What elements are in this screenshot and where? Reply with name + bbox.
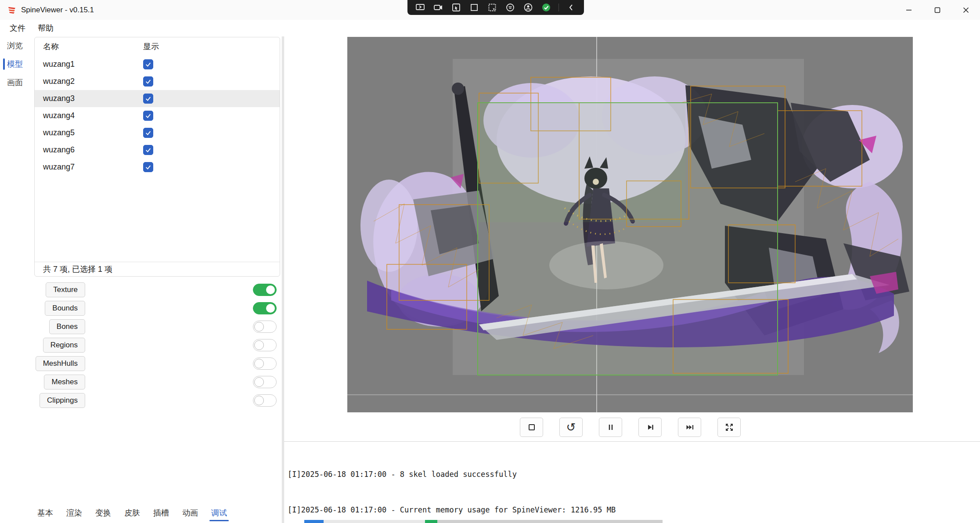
debug-row: Bones xyxy=(30,319,282,334)
toggle-knob xyxy=(254,322,264,332)
taskbar-sliver xyxy=(304,520,663,523)
debug-row: Regions xyxy=(30,338,282,353)
frame-icon[interactable] xyxy=(468,2,480,13)
toolbar-divider xyxy=(558,4,559,11)
tab-label: 调试 xyxy=(211,508,227,518)
close-button[interactable] xyxy=(951,0,980,20)
show-checkbox[interactable] xyxy=(143,111,153,121)
clippings-button[interactable]: Clippings xyxy=(40,393,85,408)
pause-button[interactable] xyxy=(599,418,622,437)
person-circle-icon[interactable] xyxy=(522,2,534,13)
spine-viewport-canvas[interactable] xyxy=(347,37,913,412)
tab-basic[interactable]: 基本 xyxy=(37,505,53,521)
tab-label: 皮肤 xyxy=(124,508,140,518)
sidenav-item-browse[interactable]: 浏览 xyxy=(0,36,30,55)
meshes-button[interactable]: Meshes xyxy=(44,375,85,390)
debug-row: MeshHulls xyxy=(30,356,282,371)
sidenav-item-model[interactable]: 模型 xyxy=(0,55,30,73)
check-circle-icon[interactable] xyxy=(540,2,552,13)
menu-help[interactable]: 帮助 xyxy=(32,20,59,36)
column-header-show: 显示 xyxy=(143,41,159,52)
capture-toolbar xyxy=(407,0,584,15)
right-panel: ↺ [I]2025-06-18 01:17:00 - 8 skel loaded… xyxy=(284,36,980,523)
reset-icon: ↺ xyxy=(566,421,576,434)
menu-file[interactable]: 文件 xyxy=(4,20,31,36)
regions-button[interactable]: Regions xyxy=(43,338,85,353)
bounds-toggle[interactable] xyxy=(253,302,277,314)
debug-row: Meshes xyxy=(30,375,282,390)
toggle-knob xyxy=(254,340,264,350)
playback-controls: ↺ xyxy=(520,418,741,437)
tab-slot[interactable]: 插槽 xyxy=(153,505,169,521)
show-checkbox[interactable] xyxy=(143,145,153,155)
tab-label: 动画 xyxy=(182,508,198,518)
tab-animation[interactable]: 动画 xyxy=(182,505,198,521)
show-checkbox[interactable] xyxy=(143,128,153,138)
tab-debug[interactable]: 调试 xyxy=(211,505,227,521)
table-row[interactable]: wuzang1 xyxy=(35,56,280,73)
sidenav: 浏览 模型 画面 xyxy=(0,36,30,523)
regions-toggle[interactable] xyxy=(253,339,277,351)
meshhulls-toggle[interactable] xyxy=(253,357,277,370)
region-capture-icon[interactable] xyxy=(486,2,498,13)
show-checkbox[interactable] xyxy=(143,162,153,172)
taskbar-chip-blue xyxy=(304,520,324,523)
table-row[interactable]: wuzang5 xyxy=(35,124,280,141)
tab-skin[interactable]: 皮肤 xyxy=(124,505,140,521)
cursor-box-icon[interactable] xyxy=(450,2,462,13)
dial-icon[interactable] xyxy=(504,2,516,13)
bounds-button[interactable]: Bounds xyxy=(45,301,85,316)
meshhulls-button[interactable]: MeshHulls xyxy=(36,356,85,371)
tab-label: 渲染 xyxy=(66,508,82,518)
debug-panel: Texture Bounds Bones Regions MeshHulls M… xyxy=(30,282,282,411)
log-output[interactable]: [I]2025-06-18 01:17:00 - 8 skel loaded s… xyxy=(288,445,616,523)
sidenav-item-screen[interactable]: 画面 xyxy=(0,73,30,92)
show-checkbox[interactable] xyxy=(143,94,153,104)
tab-label: 变换 xyxy=(95,508,111,518)
property-tab-bar: 基本 渲染 变换 皮肤 插槽 动画 调试 xyxy=(30,505,282,521)
model-name: wuzang3 xyxy=(35,94,143,103)
stop-icon xyxy=(526,422,537,433)
fast-forward-button[interactable] xyxy=(678,418,701,437)
step-forward-button[interactable] xyxy=(638,418,662,437)
pause-icon xyxy=(605,422,616,433)
maximize-button[interactable] xyxy=(923,0,951,20)
meshes-toggle[interactable] xyxy=(253,376,277,388)
video-camera-icon[interactable] xyxy=(432,2,444,13)
texture-toggle[interactable] xyxy=(253,284,277,296)
debug-row: Clippings xyxy=(30,393,282,408)
model-list: 名称 显示 wuzang1 wuzang2 wuzang3 wuzang4 wu… xyxy=(34,37,280,277)
table-row[interactable]: wuzang4 xyxy=(35,107,280,124)
window-title: SpineViewer - v0.15.1 xyxy=(21,6,94,14)
table-row[interactable]: wuzang2 xyxy=(35,73,280,90)
tab-transform[interactable]: 变换 xyxy=(95,505,111,521)
menubar: 文件 帮助 xyxy=(0,20,980,36)
bones-toggle[interactable] xyxy=(253,321,277,333)
show-checkbox[interactable] xyxy=(143,76,153,87)
chevron-left-icon[interactable] xyxy=(566,2,577,13)
fullscreen-button[interactable] xyxy=(717,418,741,437)
toggle-knob xyxy=(266,304,275,313)
list-empty-space xyxy=(35,176,280,262)
fast-forward-icon xyxy=(685,422,695,433)
fullscreen-icon xyxy=(724,422,735,433)
minimize-button[interactable] xyxy=(894,0,923,20)
clippings-toggle[interactable] xyxy=(253,394,277,407)
debug-row: Texture xyxy=(30,282,282,297)
table-row[interactable]: wuzang3 xyxy=(35,90,280,107)
cast-screen-icon[interactable] xyxy=(414,2,426,13)
texture-button[interactable]: Texture xyxy=(46,282,85,297)
show-checkbox[interactable] xyxy=(143,59,153,69)
spine-render xyxy=(347,37,913,412)
table-row[interactable]: wuzang7 xyxy=(35,159,280,176)
taskbar-chip-gray xyxy=(437,520,663,523)
toggle-knob xyxy=(266,285,275,294)
window-controls xyxy=(894,0,980,20)
reset-button[interactable]: ↺ xyxy=(559,418,583,437)
left-panel: 名称 显示 wuzang1 wuzang2 wuzang3 wuzang4 wu… xyxy=(30,36,282,523)
table-row[interactable]: wuzang6 xyxy=(35,141,280,159)
stop-button[interactable] xyxy=(520,418,543,437)
taskbar-chip-light xyxy=(324,520,425,523)
tab-render[interactable]: 渲染 xyxy=(66,505,82,521)
bones-button[interactable]: Bones xyxy=(49,319,85,334)
